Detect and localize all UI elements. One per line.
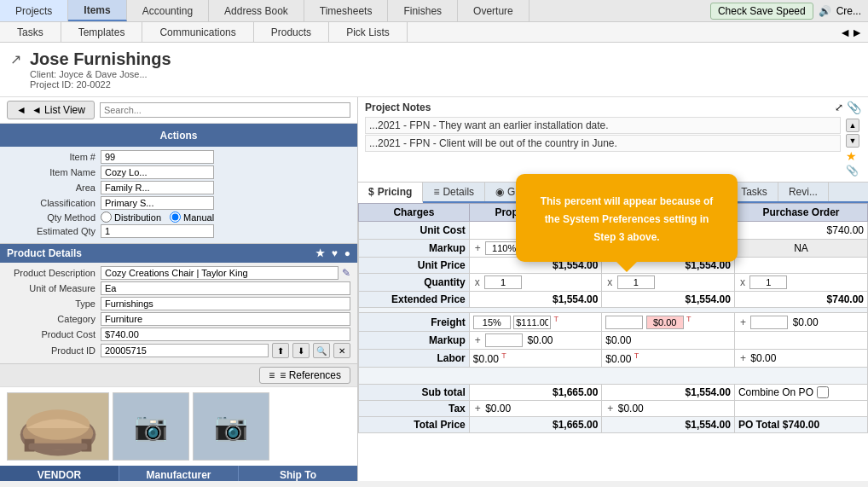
star-icon[interactable]: ★ xyxy=(315,247,325,259)
uom-input[interactable] xyxy=(101,281,350,295)
po-freight-pct-input[interactable] xyxy=(750,316,788,329)
edit-icon[interactable]: ✎ xyxy=(342,267,350,279)
proposal-qty-input[interactable] xyxy=(484,275,522,289)
search-icon-button[interactable]: 🔍 xyxy=(313,343,330,358)
nav-arrows: ◄ ► xyxy=(834,22,868,42)
heart-icon[interactable]: ♥ xyxy=(332,247,338,259)
invoice-freight-pct-input[interactable] xyxy=(605,316,643,329)
nav-right-arrow[interactable]: ► xyxy=(851,26,863,39)
tab-revi[interactable]: Revi... xyxy=(778,183,829,201)
po-header: Purchase Order xyxy=(734,204,867,222)
top-nav: Projects Items Accounting Address Book T… xyxy=(0,0,868,22)
po-quantity: x xyxy=(734,274,867,292)
qty-distribution-option[interactable]: Distribution xyxy=(101,212,161,223)
product-id-input[interactable] xyxy=(101,344,269,357)
po-qty-input[interactable] xyxy=(749,275,787,289)
nav-left-arrow[interactable]: ◄ xyxy=(839,26,851,39)
download-icon-button[interactable]: ⬇ xyxy=(292,343,310,358)
upload-icon-button[interactable]: ⬆ xyxy=(272,343,289,358)
category-label: Category xyxy=(7,314,101,324)
product-image xyxy=(7,392,109,461)
item-name-label: Item Name xyxy=(7,167,101,177)
camera-icon-2: 📷 xyxy=(214,410,248,443)
unit-cost-label: Unit Cost xyxy=(359,222,470,240)
nav-address-book[interactable]: Address Book xyxy=(209,0,304,21)
notes-expand-icon[interactable]: ⤢ xyxy=(835,101,843,113)
item-name-input[interactable] xyxy=(101,165,214,179)
notes-extra-icon[interactable]: 📎 xyxy=(846,165,859,177)
total-price-row: Total Price $1,665.00 $1,554.00 PO Total… xyxy=(359,417,868,433)
po-labor: + $0.00 xyxy=(734,350,867,368)
product-details-body: Product Description ✎ Unit of Measure Ty… xyxy=(0,263,357,363)
item-search-input[interactable] xyxy=(100,102,350,118)
qty-method-group: Distribution Manual xyxy=(101,212,214,223)
vendor-tab-manufacturer[interactable]: Manufacturer xyxy=(119,466,239,481)
nav-overture[interactable]: Overture xyxy=(458,0,529,21)
nav-templates[interactable]: Templates xyxy=(61,22,143,42)
list-view-button[interactable]: ◄ ◄ List View xyxy=(7,101,95,119)
tab-details[interactable]: ≡ Details xyxy=(423,183,485,201)
nav-projects[interactable]: Projects xyxy=(0,0,68,21)
invoice-labor: $0.00 T xyxy=(602,350,735,368)
product-cost-input[interactable] xyxy=(101,328,350,341)
nav-accounting[interactable]: Accounting xyxy=(127,0,209,21)
nav-items[interactable]: Items xyxy=(68,0,126,21)
dot-icon[interactable]: ● xyxy=(344,247,350,259)
check-save-speed-button[interactable]: Check Save Speed xyxy=(710,3,813,20)
notes-star-icon[interactable]: ★ xyxy=(846,149,859,163)
product-details-section: Product Details ★ ♥ ● Product Descriptio… xyxy=(0,244,357,386)
labor-row: Labor $0.00 T $0.00 T + $0.00 xyxy=(359,350,868,368)
svg-rect-5 xyxy=(29,444,88,450)
category-input[interactable] xyxy=(101,312,350,326)
subtotal-row: Sub total $1,665.00 $1,554.00 Combine On… xyxy=(359,385,868,401)
nav-pick-lists[interactable]: Pick Lists xyxy=(329,22,408,42)
camera-placeholder-1[interactable]: 📷 xyxy=(113,392,189,461)
camera-placeholder-2[interactable]: 📷 xyxy=(193,392,269,461)
type-input[interactable] xyxy=(101,297,350,310)
nav-products[interactable]: Products xyxy=(254,22,329,42)
second-nav: Tasks Templates Communications Products … xyxy=(0,22,868,43)
nav-communications[interactable]: Communications xyxy=(142,22,253,42)
combine-po-checkbox[interactable] xyxy=(817,386,829,398)
invoice-labor-flag[interactable]: T xyxy=(634,351,639,360)
project-title-block: Jose Furnishings Client: Joyce & Dave Jo… xyxy=(30,49,171,90)
nav-tasks[interactable]: Tasks xyxy=(0,22,61,42)
project-notes-header: Project Notes ⤢ 📎 xyxy=(365,101,861,114)
type-label: Type xyxy=(7,299,101,309)
proposal-freight-pct-input[interactable] xyxy=(473,316,511,329)
nav-finishes[interactable]: Finishes xyxy=(388,0,458,21)
uom-label: Unit of Measure xyxy=(7,283,101,293)
notes-content-area: ...2021 - FPN - They want an earlier ins… xyxy=(365,117,861,178)
area-input[interactable] xyxy=(101,181,214,194)
proposal-freight-markup-input[interactable] xyxy=(485,333,523,347)
classification-input[interactable] xyxy=(101,196,214,210)
po-unit-cost: $740.00 xyxy=(734,222,867,240)
left-panel: ◄ ◄ List View Actions Item # Item Name xyxy=(0,97,358,481)
vendor-tab-vendor[interactable]: VENDOR xyxy=(0,466,119,481)
proposal-labor-flag[interactable]: T xyxy=(501,351,506,360)
references-button[interactable]: ≡ ≡ References xyxy=(259,367,350,384)
freight-markup-label: Markup xyxy=(359,332,470,350)
invoice-freight-amt-input[interactable] xyxy=(646,316,684,329)
actions-bar[interactable]: Actions xyxy=(0,124,357,147)
proposal-tax: + $0.00 xyxy=(469,401,602,417)
notes-scroll-up[interactable]: ▲ xyxy=(846,119,859,132)
product-image-svg xyxy=(8,392,108,461)
qty-manual-option[interactable]: Manual xyxy=(170,212,214,223)
proposal-freight-amt-input[interactable] xyxy=(513,316,551,329)
notes-scroll-down[interactable]: ▼ xyxy=(846,134,859,148)
product-desc-input[interactable] xyxy=(101,266,339,280)
vendor-tab-ship-to[interactable]: Ship To xyxy=(239,466,357,481)
tab-pricing[interactable]: $ Pricing xyxy=(358,183,423,203)
external-link-icon[interactable]: ↗ xyxy=(10,51,21,67)
proposal-freight-flag[interactable]: T xyxy=(553,315,558,323)
unit-price-label: Unit Price xyxy=(359,258,470,274)
proposal-quantity: x xyxy=(469,274,602,292)
notes-attach-icon[interactable]: 📎 xyxy=(847,101,861,114)
image-area: 📷 📷 xyxy=(0,386,357,466)
nav-timesheets[interactable]: Timesheets xyxy=(304,0,389,21)
invoice-freight-flag[interactable]: T xyxy=(686,315,692,323)
item-num-input[interactable] xyxy=(101,150,214,164)
clear-icon-button[interactable]: ✕ xyxy=(333,343,350,358)
estimated-qty-input[interactable] xyxy=(101,224,214,238)
